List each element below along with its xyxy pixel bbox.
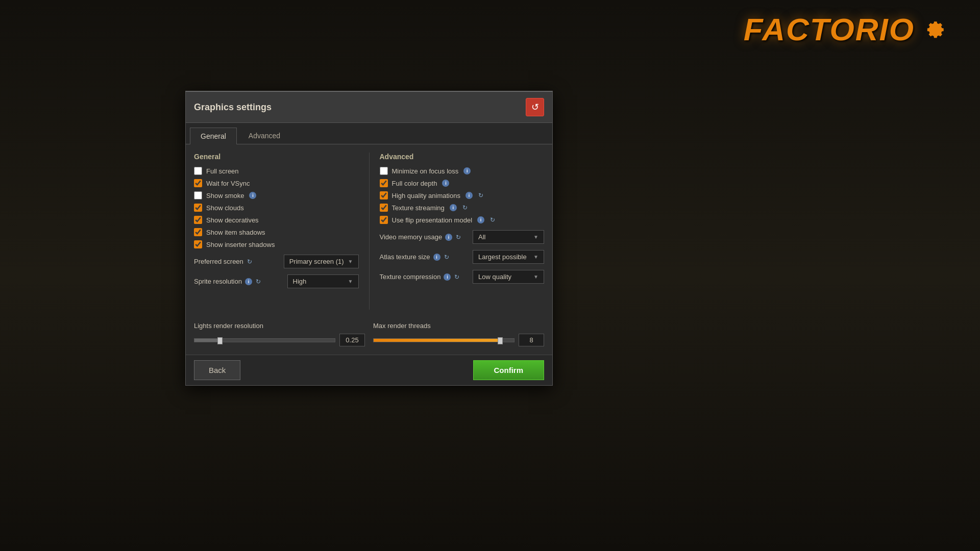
max-render-threads-fill	[374, 339, 500, 342]
atlas-texture-row: Atlas texture size i ↻ Largest possible …	[380, 250, 545, 264]
tex-streaming-checkbox[interactable]	[380, 204, 388, 212]
minimize-focus-label: Minimize on focus loss	[392, 167, 459, 175]
checkbox-clouds: Show clouds	[194, 204, 359, 212]
flip-model-info-icon[interactable]: i	[477, 216, 484, 223]
atlas-texture-refresh-icon[interactable]: ↻	[443, 254, 450, 261]
smoke-checkbox[interactable]	[194, 191, 202, 199]
lights-render-handle[interactable]	[217, 337, 223, 344]
logo-text: FACTORIO	[744, 11, 915, 47]
atlas-texture-label: Atlas texture size i ↻	[380, 253, 450, 261]
checkbox-minimize-focus: Minimize on focus loss i	[380, 167, 545, 175]
flip-model-checkbox[interactable]	[380, 216, 388, 224]
vsync-checkbox[interactable]	[194, 179, 202, 187]
settings-tabs: General Advanced	[186, 123, 552, 144]
tab-advanced[interactable]: Advanced	[238, 127, 291, 144]
max-render-threads-value: 8	[519, 334, 544, 346]
dialog-title: Graphics settings	[194, 102, 272, 113]
clouds-label: Show clouds	[206, 204, 244, 212]
smoke-info-icon[interactable]: i	[249, 192, 256, 199]
sliders-section: Lights render resolution 0.25 Max render…	[186, 318, 552, 355]
lights-render-label: Lights render resolution	[194, 322, 365, 330]
video-memory-dropdown[interactable]: All ▼	[473, 230, 544, 244]
advanced-column: Advanced Minimize on focus loss i Full c…	[380, 153, 545, 310]
gear-icon	[919, 14, 949, 45]
hq-animations-label: High quality animations	[392, 192, 460, 199]
checkbox-smoke: Show smoke i	[194, 191, 359, 199]
item-shadows-checkbox[interactable]	[194, 228, 202, 236]
checkbox-full-color: Full color depth i	[380, 179, 545, 187]
video-memory-refresh-icon[interactable]: ↻	[455, 234, 462, 241]
video-memory-info-icon[interactable]: i	[445, 234, 452, 241]
minimize-focus-checkbox[interactable]	[380, 167, 388, 175]
tex-streaming-info-icon[interactable]: i	[450, 204, 457, 211]
checkbox-item-shadows: Show item shadows	[194, 228, 359, 236]
smoke-label: Show smoke	[206, 192, 244, 199]
advanced-title: Advanced	[380, 153, 545, 161]
tex-compression-arrow-icon: ▼	[533, 274, 538, 280]
lights-render-value: 0.25	[339, 334, 365, 346]
sprite-resolution-row: Sprite resolution i ↻ High ▼	[194, 274, 359, 288]
checkbox-flip-model: Use flip presentation model i ↻	[380, 216, 545, 224]
tab-general[interactable]: General	[190, 128, 237, 144]
general-column: General Full screen Wait for VSync Show …	[194, 153, 359, 310]
hq-animations-info-icon[interactable]: i	[465, 192, 473, 199]
minimize-focus-info-icon[interactable]: i	[463, 167, 471, 174]
full-color-info-icon[interactable]: i	[442, 180, 449, 187]
sprite-resolution-label: Sprite resolution i ↻	[194, 278, 262, 285]
video-memory-row: Video memory usage i ↻ All ▼	[380, 230, 545, 244]
hq-animations-refresh-icon[interactable]: ↻	[477, 192, 484, 199]
max-render-threads-slider[interactable]	[373, 338, 514, 342]
checkbox-tex-streaming: Texture streaming i ↻	[380, 204, 545, 212]
hq-animations-checkbox[interactable]	[380, 191, 388, 199]
graphics-settings-dialog: Graphics settings ↺ General Advanced Gen…	[185, 91, 553, 386]
preferred-screen-dropdown[interactable]: Primary screen (1) ▼	[284, 255, 359, 268]
max-render-threads-label: Max render threads	[373, 322, 544, 330]
vsync-label: Wait for VSync	[206, 180, 250, 187]
tex-compression-dropdown[interactable]: Low quality ▼	[473, 270, 544, 284]
tex-compression-row: Texture compression i ↻ Low quality ▼	[380, 270, 545, 284]
atlas-texture-dropdown[interactable]: Largest possible ▼	[473, 250, 544, 264]
reset-button[interactable]: ↺	[526, 98, 544, 116]
preferred-screen-refresh-icon[interactable]: ↻	[246, 258, 253, 265]
flip-model-refresh-icon[interactable]: ↻	[489, 216, 496, 223]
full-color-label: Full color depth	[392, 180, 437, 187]
flip-model-label: Use flip presentation model	[392, 216, 473, 224]
checkbox-hq-animations: High quality animations i ↻	[380, 191, 545, 199]
sprite-resolution-info-icon[interactable]: i	[245, 278, 252, 285]
checkbox-inserter-shadows: Show inserter shadows	[194, 240, 359, 248]
preferred-screen-row: Preferred screen ↻ Primary screen (1) ▼	[194, 255, 359, 268]
max-render-threads-row: 8	[373, 334, 544, 346]
column-divider	[369, 153, 370, 310]
dialog-footer: Back Confirm	[186, 355, 552, 385]
lights-render-fill	[194, 339, 220, 342]
sprite-resolution-dropdown[interactable]: High ▼	[287, 274, 359, 288]
full-color-checkbox[interactable]	[380, 179, 388, 187]
lights-render-slider[interactable]	[194, 338, 335, 342]
video-memory-arrow-icon: ▼	[533, 234, 538, 240]
video-memory-label: Video memory usage i ↻	[380, 233, 462, 241]
inserter-shadows-checkbox[interactable]	[194, 240, 202, 248]
sprite-resolution-refresh-icon[interactable]: ↻	[255, 278, 262, 285]
checkbox-decoratives: Show decoratives	[194, 216, 359, 224]
decoratives-checkbox[interactable]	[194, 216, 202, 224]
max-render-threads-handle[interactable]	[498, 337, 503, 344]
atlas-texture-info-icon[interactable]: i	[433, 254, 440, 261]
clouds-checkbox[interactable]	[194, 204, 202, 212]
confirm-button[interactable]: Confirm	[473, 360, 545, 380]
max-render-threads-group: Max render threads 8	[373, 322, 544, 346]
item-shadows-label: Show item shadows	[206, 229, 265, 236]
decoratives-label: Show decoratives	[206, 216, 259, 224]
tex-compression-refresh-icon[interactable]: ↻	[453, 273, 460, 281]
fullscreen-checkbox[interactable]	[194, 167, 202, 175]
back-button[interactable]: Back	[194, 360, 240, 380]
lights-render-group: Lights render resolution 0.25	[194, 322, 365, 346]
tex-compression-info-icon[interactable]: i	[444, 273, 451, 281]
tex-streaming-refresh-icon[interactable]: ↻	[461, 204, 469, 211]
game-logo: FACTORIO	[744, 11, 949, 47]
general-title: General	[194, 153, 359, 161]
inserter-shadows-label: Show inserter shadows	[206, 241, 275, 248]
checkbox-vsync: Wait for VSync	[194, 179, 359, 187]
fullscreen-label: Full screen	[206, 167, 239, 175]
lights-render-row: 0.25	[194, 334, 365, 346]
atlas-texture-arrow-icon: ▼	[533, 254, 538, 260]
